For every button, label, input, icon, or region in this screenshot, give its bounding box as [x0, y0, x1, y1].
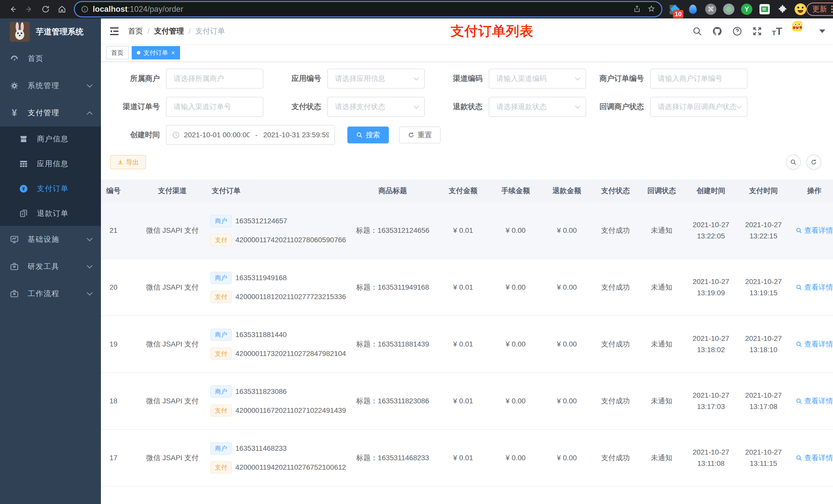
breadcrumb-home[interactable]: 首页 [128, 26, 143, 37]
chevron-down-icon [87, 236, 93, 241]
chevron-down-icon [87, 290, 93, 296]
channel-code-select[interactable]: 请输入渠道编码 [489, 69, 586, 89]
pay-tag: 支付 [210, 347, 232, 360]
chrome-update-button[interactable]: 更新 [806, 3, 833, 16]
main-content: 所属商户 应用编号 请选择应用信息 渠道编码 请输入渠道编码 商户订单编号 [101, 62, 833, 504]
tags-view-bar: 首页 支付订单 × [101, 44, 833, 62]
site-info-icon[interactable] [81, 5, 89, 13]
reload-button[interactable] [39, 2, 53, 16]
search-button[interactable]: 搜索 [347, 126, 389, 143]
extension-chat-icon[interactable] [759, 3, 770, 15]
create-time-range-picker[interactable]: 2021-10-01 00:00:00 - 2021-10-31 23:59:5… [166, 125, 335, 145]
navbar: 首页 / 支付管理 / 支付订单 支付订单列表 TT [101, 19, 833, 44]
refund-status-select[interactable]: 请选择退款状态 [489, 97, 586, 117]
date-end: 2021-10-31 23:59:59 [263, 131, 329, 139]
url-text: localhost:1024/pay/order [93, 5, 633, 14]
storefront-icon [19, 135, 29, 144]
documents-icon [19, 209, 29, 218]
sidebar-item-pay-order[interactable]: ¥ 支付订单 [0, 176, 101, 201]
chrome-menu-icon[interactable] [831, 6, 833, 13]
font-size-icon[interactable]: TT [772, 26, 782, 37]
extension-record-icon[interactable] [723, 3, 735, 15]
merchant-tag: 商户 [210, 442, 232, 455]
url-bar[interactable]: localhost:1024/pay/order [75, 2, 661, 16]
briefcase-icon [9, 262, 20, 271]
svg-text:¥: ¥ [22, 186, 25, 191]
pay-tag: 支付 [210, 461, 232, 474]
chevron-down-icon [87, 82, 93, 88]
grid-icon [19, 159, 29, 169]
forward-button[interactable] [22, 2, 37, 16]
table-row: 20 微信 JSAPI 支付 商户1635311949168 支付4200001… [101, 259, 833, 316]
chevron-down-icon [414, 75, 419, 80]
chevron-down-icon [87, 263, 93, 269]
sidebar-item-workflow[interactable]: 工作流程 [0, 280, 101, 307]
view-detail-link[interactable]: 查看详情 [795, 453, 833, 463]
sidebar-item-merchant-info[interactable]: 商户信息 [0, 126, 101, 151]
sidebar-item-infra[interactable]: 基础设施 [0, 226, 101, 253]
reset-button[interactable]: 重置 [399, 126, 441, 143]
date-start: 2021-10-01 00:00:00 [184, 131, 249, 139]
logo[interactable]: 芋道管理系统 [0, 19, 101, 45]
sidebar-item-devtools[interactable]: 研发工具 [0, 253, 101, 280]
user-menu-caret-icon[interactable] [819, 29, 825, 33]
tag-pay-order[interactable]: 支付订单 × [132, 46, 180, 59]
table-row: 18 微信 JSAPI 支付 商户1635311823086 支付4200001… [101, 373, 833, 430]
export-button[interactable]: 导出 [110, 155, 146, 169]
pay-tag: 支付 [210, 404, 232, 417]
view-detail-link[interactable]: 查看详情 [795, 339, 833, 349]
extensions-area: 10 ⌘ Y [669, 3, 806, 15]
chevron-down-icon [736, 103, 742, 109]
extension-y-icon[interactable]: Y [741, 3, 753, 15]
app-title: 芋道管理系统 [36, 26, 84, 37]
view-detail-link[interactable]: 查看详情 [795, 225, 833, 235]
chevron-down-icon [575, 75, 580, 80]
table-header: 编号 支付渠道 支付订单 商品标题 支付金额 手续金额 退款金额 支付状态 回调… [101, 179, 833, 202]
help-icon[interactable] [732, 26, 742, 37]
breadcrumb-pay[interactable]: 支付管理 [154, 26, 184, 37]
notify-status-select[interactable]: 请选择订单回调商户状态 [650, 97, 747, 117]
page-title: 支付订单列表 [451, 22, 533, 40]
fullscreen-icon[interactable] [752, 26, 762, 37]
breadcrumb: 首页 / 支付管理 / 支付订单 [128, 26, 225, 37]
user-avatar[interactable] [792, 21, 812, 42]
refresh-button[interactable] [806, 155, 821, 170]
profile-avatar-icon[interactable] [794, 3, 806, 15]
app-select[interactable]: 请选择应用信息 [327, 69, 425, 89]
toggle-search-button[interactable] [786, 155, 801, 170]
merchant-tag: 商户 [210, 272, 232, 284]
merchant-tag: 商户 [210, 329, 232, 341]
back-button[interactable] [6, 2, 20, 16]
merchant-filter-input[interactable] [166, 69, 263, 89]
merchant-order-no-input[interactable] [650, 69, 747, 89]
github-icon[interactable] [712, 26, 722, 37]
pay-submenu: 商户信息 应用信息 ¥ 支付订单 退款订单 [0, 126, 101, 226]
sidebar-item-refund-order[interactable]: 退款订单 [0, 201, 101, 226]
sidebar-collapse-icon[interactable] [109, 26, 120, 37]
table-row: 17 微信 JSAPI 支付 商户1635311468233 支付4200001… [101, 430, 833, 486]
table-row-partial: 商户1635311254796 [101, 486, 833, 504]
search-icon[interactable] [692, 26, 703, 37]
view-detail-link[interactable]: 查看详情 [795, 396, 833, 406]
share-icon[interactable] [633, 5, 641, 14]
channel-order-no-input[interactable] [166, 97, 263, 117]
tag-home[interactable]: 首页 [106, 46, 128, 59]
home-button[interactable] [55, 2, 69, 16]
pay-status-select[interactable]: 请选择支付状态 [327, 97, 425, 117]
extension-command-icon[interactable]: ⌘ [705, 3, 717, 15]
tag-close-icon[interactable]: × [171, 49, 175, 56]
pay-tag: 支付 [210, 291, 232, 303]
extension-balloon-icon[interactable] [687, 3, 699, 15]
view-detail-link[interactable]: 查看详情 [795, 283, 833, 292]
sidebar-item-system[interactable]: 系统管理 [0, 72, 101, 99]
bookmark-star-icon[interactable] [647, 5, 655, 14]
extension-diamond-icon[interactable]: 10 [669, 3, 681, 15]
sidebar-item-app-info[interactable]: 应用信息 [0, 151, 101, 176]
sidebar-item-home[interactable]: 首页 [0, 45, 101, 72]
extension-badge: 10 [673, 10, 684, 18]
logo-image [10, 22, 30, 42]
extensions-puzzle-icon[interactable] [777, 3, 788, 15]
briefcase-icon [9, 289, 20, 298]
table-toolbar: 导出 [110, 155, 833, 170]
sidebar-item-pay[interactable]: ¥ 支付管理 [0, 99, 101, 126]
